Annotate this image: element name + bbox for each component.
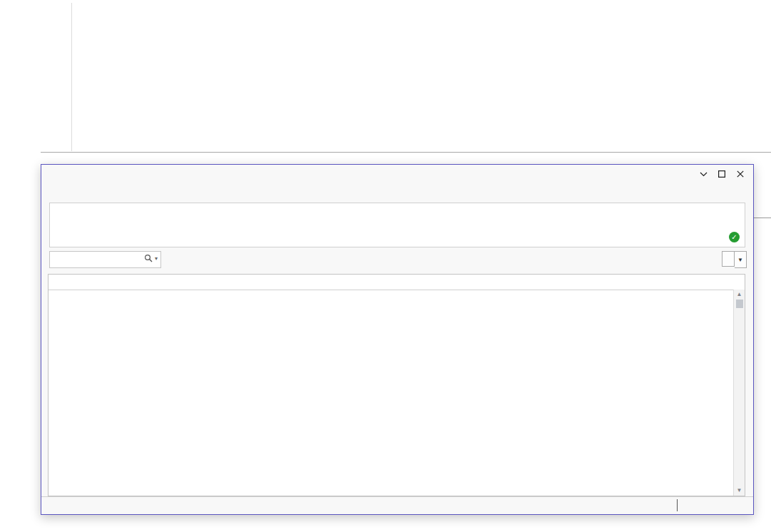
- expression-input[interactable]: ✓: [49, 203, 745, 247]
- scroll-up-icon[interactable]: ▲: [737, 290, 742, 300]
- dialog-titlebar[interactable]: [41, 165, 753, 182]
- ienumerable-visualizer-dialog: ✓ ▾ ▼ ▲ ▼: [41, 164, 754, 515]
- export-to-csv-button[interactable]: [722, 251, 735, 267]
- scrollbar-thumb[interactable]: [736, 300, 743, 308]
- close-icon[interactable]: [735, 168, 746, 180]
- filter-input[interactable]: [50, 252, 141, 266]
- maximize-icon[interactable]: [716, 168, 727, 180]
- valid-check-icon: ✓: [729, 232, 740, 242]
- chevron-down-icon[interactable]: [698, 168, 709, 180]
- editor-divider-line: [753, 218, 771, 218]
- scroll-down-icon[interactable]: ▼: [737, 486, 742, 496]
- current-line-underline: [41, 152, 771, 153]
- code-line-1671: [0, 521, 771, 532]
- export-dropdown-caret-icon[interactable]: ▼: [735, 251, 747, 268]
- text-caret: [677, 499, 678, 511]
- table-header-row: [48, 275, 745, 290]
- dialog-statusbar: [41, 496, 753, 514]
- search-icon[interactable]: [144, 254, 153, 262]
- filter-field: ▾: [49, 251, 161, 268]
- results-table: ▲ ▼: [48, 274, 745, 496]
- vertical-scrollbar[interactable]: ▲ ▼: [733, 290, 745, 496]
- filter-dropdown-caret-icon[interactable]: ▾: [155, 255, 158, 262]
- screen: ✓ ▾ ▼ ▲ ▼: [0, 0, 771, 532]
- table-body: [48, 290, 733, 496]
- indent-guide: [71, 3, 72, 151]
